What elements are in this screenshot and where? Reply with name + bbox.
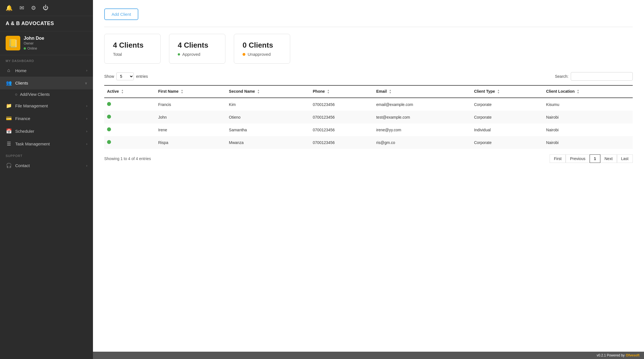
chevron-down-icon: ∨ xyxy=(85,81,87,85)
stat-card-total: 4 Clients Total xyxy=(104,34,161,64)
cell-second-name-0: Kim xyxy=(226,98,310,111)
power-icon[interactable]: ⏻ xyxy=(43,5,48,11)
cell-active-3 xyxy=(104,136,155,149)
search-input[interactable] xyxy=(571,72,633,81)
clients-icon: 👥 xyxy=(6,80,12,86)
chevron-right-icon-2: › xyxy=(86,104,87,108)
add-client-button[interactable]: Add Client xyxy=(104,8,138,20)
stat-total-number: 4 Clients xyxy=(113,41,152,50)
table-header-row: Active ▲▼ First Name ▲▼ Second Name ▲▼ P… xyxy=(104,85,633,98)
cell-client-type-3: Corporate xyxy=(471,136,543,149)
prev-page-button[interactable]: Previous xyxy=(566,154,589,163)
col-second-name[interactable]: Second Name ▲▼ xyxy=(226,85,310,98)
entries-select[interactable]: 5 10 25 50 100 xyxy=(116,72,134,80)
cell-first-name-1: John xyxy=(155,111,226,123)
table-row[interactable]: Irene Samantha 0700123456 irene@yy.com I… xyxy=(104,123,633,136)
cell-active-2 xyxy=(104,123,155,136)
gear-icon[interactable]: ⚙ xyxy=(31,5,36,11)
folder-icon: 📁 xyxy=(6,103,12,109)
nav-section-label: My Dashboard xyxy=(0,55,93,64)
cell-second-name-1: Otieno xyxy=(226,111,310,123)
cell-client-location-1: Nairobi xyxy=(543,111,633,123)
col-first-name[interactable]: First Name ▲▼ xyxy=(155,85,226,98)
cell-second-name-3: Mwanza xyxy=(226,136,310,149)
active-dot-icon xyxy=(107,127,111,131)
cell-phone-0: 0700123456 xyxy=(310,98,373,111)
sort-icon-first-name: ▲▼ xyxy=(181,89,183,94)
chevron-right-icon-3: › xyxy=(86,117,87,121)
cell-active-0 xyxy=(104,98,155,111)
pagination-row: Showing 1 to 4 of 4 entries First Previo… xyxy=(104,154,633,163)
cell-second-name-2: Samantha xyxy=(226,123,310,136)
cell-client-type-0: Corporate xyxy=(471,98,543,111)
col-client-location[interactable]: Client Location ▲▼ xyxy=(543,85,633,98)
cell-first-name-2: Irene xyxy=(155,123,226,136)
sidebar-subitem-add-view-clients[interactable]: Add/View Clients xyxy=(0,89,93,99)
col-phone[interactable]: Phone ▲▼ xyxy=(310,85,373,98)
mail-icon[interactable]: ✉ xyxy=(19,5,24,11)
sidebar-subitem-label: Add/View Clients xyxy=(20,92,50,97)
finance-icon: 💳 xyxy=(6,116,12,121)
sidebar-item-scheduler[interactable]: 📅 Scheduler › xyxy=(0,125,93,138)
sidebar-item-clients[interactable]: 👥 Clients ∨ xyxy=(0,77,93,89)
sidebar-top-icons: 🔔 ✉ ⚙ ⏻ xyxy=(0,0,93,16)
user-role: Owner xyxy=(24,41,44,45)
page-content: Add Client 4 Clients Total 4 Clients App… xyxy=(93,0,644,352)
table-row[interactable]: John Otieno 0700123456 test@example.com … xyxy=(104,111,633,123)
sidebar-item-home[interactable]: ⌂ Home › xyxy=(0,64,93,77)
chevron-right-icon: › xyxy=(86,68,87,72)
sidebar-item-finance[interactable]: 💳 Finance › xyxy=(0,112,93,125)
search-label: Search: xyxy=(555,74,569,79)
user-status: Online xyxy=(24,46,44,50)
sidebar-item-file-management-label: File Management xyxy=(15,103,48,108)
next-page-button[interactable]: Next xyxy=(600,154,617,163)
last-page-button[interactable]: Last xyxy=(617,154,633,163)
contact-icon: 🎧 xyxy=(6,163,12,169)
sidebar-item-task-management[interactable]: ☰ Task Management › xyxy=(0,138,93,150)
bell-icon[interactable]: 🔔 xyxy=(6,5,13,11)
col-active[interactable]: Active ▲▼ xyxy=(104,85,155,98)
stat-total-label: Total xyxy=(113,52,152,57)
footer-brand: Ofvesoft xyxy=(626,353,639,357)
online-dot xyxy=(24,47,26,50)
sidebar-item-contact-label: Contact xyxy=(15,163,30,168)
table-body: Francis Kim 0700123456 email@example.com… xyxy=(104,98,633,149)
cell-email-3: ris@gm.co xyxy=(373,136,471,149)
unapproved-dot-icon xyxy=(243,53,245,56)
cell-client-location-3: Nairobi xyxy=(543,136,633,149)
sub-dot-icon xyxy=(15,94,17,96)
page-1-button[interactable]: 1 xyxy=(590,154,600,163)
col-client-type[interactable]: Client Type ▲▼ xyxy=(471,85,543,98)
pagination-info: Showing 1 to 4 of 4 entries xyxy=(104,156,151,161)
show-entries-control: Show 5 10 25 50 100 entries xyxy=(104,72,148,80)
home-icon: ⌂ xyxy=(6,68,12,73)
sidebar: 🔔 ✉ ⚙ ⏻ A & B ADVOCATES 📒 John Doe Owner… xyxy=(0,0,93,359)
chevron-right-icon-5: › xyxy=(86,142,87,146)
sidebar-item-clients-label: Clients xyxy=(15,81,28,85)
col-email[interactable]: Email ▲▼ xyxy=(373,85,471,98)
stat-unapproved-number: 0 Clients xyxy=(243,41,281,50)
sort-icon-email: ▲▼ xyxy=(389,89,392,94)
sort-icon-client-location: ▲▼ xyxy=(577,89,579,94)
chevron-right-icon-6: › xyxy=(86,164,87,168)
pagination-buttons: First Previous 1 Next Last xyxy=(550,154,633,163)
task-icon: ☰ xyxy=(6,141,12,147)
first-page-button[interactable]: First xyxy=(550,154,566,163)
cell-email-1: test@example.com xyxy=(373,111,471,123)
active-dot-icon xyxy=(107,115,111,119)
cell-active-1 xyxy=(104,111,155,123)
sidebar-item-task-management-label: Task Management xyxy=(15,141,50,146)
cell-client-type-1: Corporate xyxy=(471,111,543,123)
clients-table: Active ▲▼ First Name ▲▼ Second Name ▲▼ P… xyxy=(104,85,633,149)
active-dot-icon xyxy=(107,102,111,106)
table-row[interactable]: Rispa Mwanza 0700123456 ris@gm.co Corpor… xyxy=(104,136,633,149)
stat-approved-number: 4 Clients xyxy=(178,41,217,50)
sidebar-item-contact[interactable]: 🎧 Contact › xyxy=(0,159,93,172)
search-box: Search: xyxy=(555,72,633,81)
divider-1 xyxy=(104,27,633,27)
entries-label: entries xyxy=(136,74,148,79)
cell-first-name-3: Rispa xyxy=(155,136,226,149)
stat-approved-label: Approved xyxy=(178,52,217,57)
table-row[interactable]: Francis Kim 0700123456 email@example.com… xyxy=(104,98,633,111)
sidebar-item-file-management[interactable]: 📁 File Management › xyxy=(0,99,93,112)
